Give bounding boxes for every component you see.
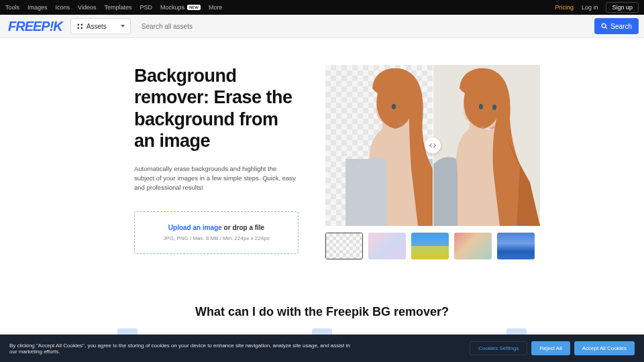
thumb-ocean[interactable] [497,233,535,259]
upload-link[interactable]: Upload an image [168,224,222,231]
comparison-preview [325,65,540,226]
search-input[interactable] [136,18,590,34]
assets-dropdown[interactable]: Assets [70,18,131,34]
nav-more[interactable]: More [209,4,223,11]
assets-icon [76,23,84,30]
svg-line-5 [606,27,608,29]
logo[interactable]: FREEP!K [5,19,65,34]
svg-point-7 [392,104,396,109]
nav-psd[interactable]: PSD [140,4,152,11]
search-icon [601,23,608,29]
upload-dropzone[interactable]: Upload an image or drop a file JPG, PNG … [134,211,299,254]
svg-point-1 [80,23,83,25]
upload-text: or drop a file [222,224,264,231]
svg-point-3 [80,27,83,29]
svg-point-9 [479,104,483,109]
thumb-gradient[interactable] [454,233,492,259]
background-thumbnails [325,233,540,259]
nav-images[interactable]: Images [28,4,48,11]
nav-templates[interactable]: Templates [104,4,131,11]
nav-videos[interactable]: Videos [78,4,96,11]
svg-point-10 [492,105,496,110]
nav-icons[interactable]: Icons [56,4,70,11]
thumb-pattern[interactable] [368,233,406,259]
comparison-handle[interactable] [425,137,441,154]
preview-removed-bg [345,65,433,226]
svg-point-4 [602,23,606,27]
page-title: Background remover: Erase the background… [134,65,299,152]
search-button[interactable]: Search [594,18,639,34]
cookie-banner: By clicking "Accept All Cookies", you ag… [0,335,644,362]
svg-point-2 [77,27,79,29]
section-title: What can I do with the Freepik BG remove… [0,305,644,319]
preview-original [433,65,540,226]
thumb-transparent[interactable] [325,233,363,259]
drag-arrows-icon [429,141,437,149]
pricing-link[interactable]: Pricing [555,4,574,11]
nav-mockups[interactable]: Mockups NEW [160,4,201,11]
header-bar: FREEP!K Assets Search [0,15,644,38]
cookie-reject-button[interactable]: Reject All [531,341,570,355]
top-nav-links: Tools Images Icons Videos Templates PSD … [5,4,222,11]
cookie-text: By clicking "Accept All Cookies", you ag… [9,343,358,355]
thumb-landscape[interactable] [411,233,449,259]
signup-button[interactable]: Sign up [606,2,639,13]
svg-point-0 [77,23,79,25]
page-subtitle: Automatically erase backgrounds and high… [134,164,299,193]
nav-tools[interactable]: Tools [5,4,19,11]
login-link[interactable]: Log in [582,4,598,11]
upload-requirements: JPG, PNG / Max. 8 MB / Min. 224px x 224p… [142,235,291,241]
top-nav-bar: Tools Images Icons Videos Templates PSD … [0,0,644,15]
cookie-accept-button[interactable]: Accept All Cookies [574,341,635,355]
new-badge: NEW [187,5,201,10]
cookie-settings-button[interactable]: Cookies Settings [470,341,527,355]
